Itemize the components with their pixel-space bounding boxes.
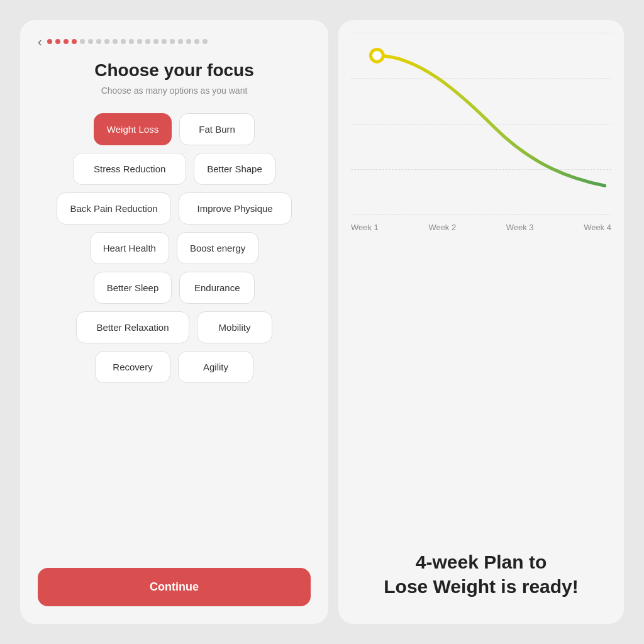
progress-dot-19 [203, 39, 208, 44]
options-row-4: Better SleepEndurance [38, 272, 311, 304]
options-row-6: RecoveryAgility [38, 351, 311, 383]
week-label-2: Week 2 [428, 223, 456, 232]
progress-dot-4 [80, 39, 85, 44]
progress-dot-18 [194, 39, 199, 44]
progress-dot-7 [104, 39, 109, 44]
options-row-1: Stress ReductionBetter Shape [38, 153, 311, 185]
plan-ready-section: 4-week Plan to Lose Weight is ready! [338, 531, 624, 624]
option-btn-stress-reduction[interactable]: Stress Reduction [73, 153, 186, 185]
option-btn-weight-loss[interactable]: Weight Loss [94, 113, 172, 145]
week-label-4: Week 4 [584, 223, 611, 232]
progress-dot-2 [64, 39, 69, 44]
continue-button[interactable]: Continue [38, 568, 311, 606]
progress-dot-11 [137, 39, 142, 44]
progress-area: ‹ [38, 35, 311, 48]
option-btn-better-relaxation[interactable]: Better Relaxation [76, 311, 189, 343]
options-row-3: Heart HealthBoost energy [38, 232, 311, 264]
progress-dot-8 [113, 39, 118, 44]
progress-dot-10 [129, 39, 134, 44]
page-title: Choose your focus [38, 60, 311, 80]
progress-dot-16 [178, 39, 183, 44]
chart-area: Week 1Week 2Week 3Week 4 [338, 20, 624, 531]
app-container: ‹ Choose your focus Choose as many optio… [20, 20, 624, 624]
progress-dot-14 [162, 39, 167, 44]
week-label-1: Week 1 [351, 223, 379, 232]
options-row-0: Weight LossFat Burn [38, 113, 311, 145]
options-row-5: Better RelaxationMobility [38, 311, 311, 343]
options-grid: Weight LossFat BurnStress ReductionBette… [38, 113, 311, 555]
progress-dot-5 [88, 39, 93, 44]
page-subtitle: Choose as many options as you want [38, 86, 311, 96]
progress-dot-12 [145, 39, 150, 44]
progress-dot-15 [170, 39, 175, 44]
progress-dot-9 [121, 39, 126, 44]
progress-dot-6 [96, 39, 101, 44]
right-panel: Week 1Week 2Week 3Week 4 4-week Plan to … [338, 20, 624, 624]
option-btn-heart-health[interactable]: Heart Health [90, 232, 169, 264]
chart-start-dot-inner [372, 51, 381, 60]
option-btn-better-shape[interactable]: Better Shape [194, 153, 275, 185]
option-btn-mobility[interactable]: Mobility [197, 311, 272, 343]
chart-wrapper: Week 1Week 2Week 3Week 4 [351, 33, 611, 234]
chart-svg [351, 33, 611, 215]
plan-line1-text: 4-week Plan to [416, 552, 547, 572]
progress-dot-1 [55, 39, 60, 44]
option-btn-fat-burn[interactable]: Fat Burn [179, 113, 255, 145]
option-btn-endurance[interactable]: Endurance [179, 272, 255, 304]
plan-line2-text: Lose Weight is ready! [384, 576, 579, 597]
back-button[interactable]: ‹ [38, 35, 42, 48]
chart-curve [377, 55, 604, 186]
option-btn-better-sleep[interactable]: Better Sleep [94, 272, 172, 304]
week-labels: Week 1Week 2Week 3Week 4 [351, 218, 611, 232]
progress-dot-0 [47, 39, 52, 44]
progress-dot-3 [72, 39, 77, 44]
left-panel: ‹ Choose your focus Choose as many optio… [20, 20, 328, 624]
option-btn-boost-energy[interactable]: Boost energy [177, 232, 258, 264]
week-label-3: Week 3 [506, 223, 534, 232]
option-btn-agility[interactable]: Agility [178, 351, 253, 383]
plan-ready-line1: 4-week Plan to Lose Weight is ready! [351, 550, 611, 599]
progress-dot-13 [153, 39, 158, 44]
option-btn-recovery[interactable]: Recovery [95, 351, 170, 383]
options-row-2: Back Pain ReductionImprove Physique [38, 192, 311, 225]
progress-dots [47, 39, 208, 44]
progress-dot-17 [186, 39, 191, 44]
option-btn-improve-physique[interactable]: Improve Physique [179, 192, 292, 225]
option-btn-back-pain-reduction[interactable]: Back Pain Reduction [57, 192, 170, 225]
